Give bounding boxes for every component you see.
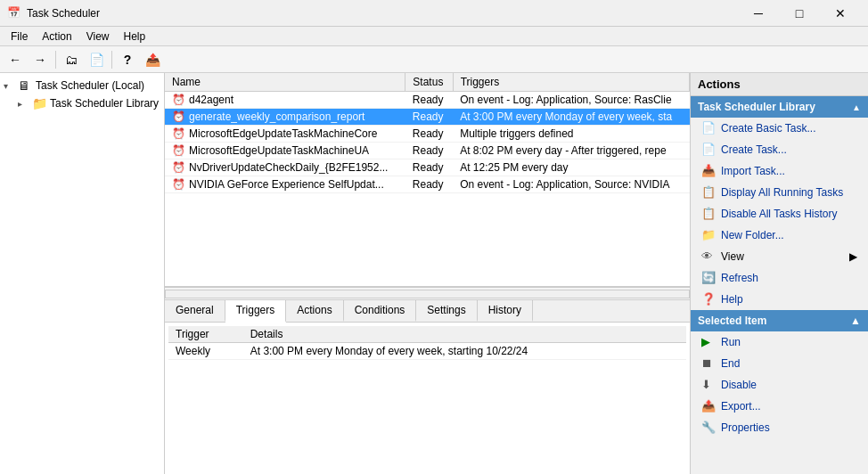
tab-bar: General Triggers Actions Conditions Sett…	[165, 300, 690, 323]
task-name-cell: ⏰generate_weekly_comparison_report	[165, 109, 405, 126]
display-running-icon: 📋	[701, 185, 716, 200]
tab-conditions[interactable]: Conditions	[344, 300, 417, 322]
task-name-cell: ⏰MicrosoftEdgeUpdateTaskMachineCore	[165, 126, 405, 143]
task-triggers-cell: On event - Log: Application, Source: Ras…	[453, 92, 689, 109]
forward-button[interactable]: →	[29, 49, 52, 70]
table-row[interactable]: ⏰NvDriverUpdateCheckDaily_{B2FE1952...Re…	[165, 159, 690, 176]
tree-item-local[interactable]: ▾ 🖥 Task Scheduler (Local)	[0, 77, 164, 94]
action-disable-history[interactable]: 📋 Disable All Tasks History	[691, 203, 868, 225]
task-name-cell: ⏰MicrosoftEdgeUpdateTaskMachineUA	[165, 143, 405, 159]
toolbar-separator-1	[55, 51, 56, 69]
action-display-running[interactable]: 📋 Display All Running Tasks	[691, 182, 868, 203]
view-icon: 👁	[701, 249, 716, 264]
table-row[interactable]: ⏰d42agentReadyOn event - Log: Applicatio…	[165, 92, 690, 109]
run-icon: ▶	[701, 335, 716, 349]
action-create-task[interactable]: 📄 Create Task...	[691, 139, 868, 160]
tab-settings[interactable]: Settings	[416, 300, 477, 322]
col-status[interactable]: Status	[405, 73, 453, 92]
action-run[interactable]: ▶ Run	[691, 331, 868, 353]
actions-library-label: Task Scheduler Library	[698, 101, 815, 113]
show-hide-button[interactable]: 🗂	[60, 49, 83, 70]
task-status-cell: Ready	[405, 126, 453, 143]
action-help[interactable]: ❓ Help	[691, 289, 868, 310]
export-icon: 📤	[701, 399, 716, 413]
task-triggers-cell: On event - Log: Application, Source: NVI…	[453, 176, 689, 193]
action-refresh[interactable]: 🔄 Refresh	[691, 267, 868, 289]
action-new-folder[interactable]: 📁 New Folder...	[691, 225, 868, 246]
col-name[interactable]: Name	[165, 73, 405, 92]
tab-general[interactable]: General	[165, 300, 225, 322]
app-icon: 📅	[7, 6, 21, 20]
col-triggers[interactable]: Triggers	[453, 73, 689, 92]
task-name-cell: ⏰NVIDIA GeForce Experience SelfUpdat...	[165, 176, 405, 193]
action-export[interactable]: 📤 Export...	[691, 396, 868, 417]
tree-label-library: Task Scheduler Library	[50, 97, 159, 110]
end-icon: ⏹	[701, 356, 716, 371]
back-button[interactable]: ←	[4, 49, 27, 70]
create-task-icon: 📄	[701, 143, 716, 157]
action-properties[interactable]: 🔧 Properties	[691, 417, 868, 438]
tree-expand-library[interactable]: ▸	[18, 99, 32, 109]
task-name-cell: ⏰NvDriverUpdateCheckDaily_{B2FE1952...	[165, 159, 405, 176]
actions-selected-label: Selected Item	[698, 315, 766, 327]
task-status-cell: Ready	[405, 143, 453, 159]
table-row[interactable]: ⏰MicrosoftEdgeUpdateTaskMachineCoreReady…	[165, 126, 690, 143]
actions-section-main: Actions Task Scheduler Library ▲ 📄 Creat…	[691, 73, 868, 438]
new-folder-icon: 📁	[701, 228, 716, 242]
detail-col-details: Details	[243, 326, 686, 343]
action-new-folder-label: New Folder...	[721, 229, 784, 241]
action-disable[interactable]: ⬇ Disable	[691, 374, 868, 396]
menu-file[interactable]: File	[4, 29, 35, 45]
tree-item-library[interactable]: ▸ 📁 Task Scheduler Library	[0, 94, 164, 112]
action-import-task[interactable]: 📥 Import Task...	[691, 160, 868, 182]
action-disable-label: Disable	[721, 379, 757, 391]
actions-library-header[interactable]: Task Scheduler Library ▲	[691, 96, 868, 118]
table-row[interactable]: ⏰MicrosoftEdgeUpdateTaskMachineUAReadyAt…	[165, 143, 690, 159]
view-submenu-arrow: ▶	[849, 250, 857, 263]
action-run-label: Run	[721, 336, 741, 348]
detail-row: Weekly At 3:00 PM every Monday of every …	[168, 343, 686, 360]
action-create-basic-task[interactable]: 📄 Create Basic Task...	[691, 118, 868, 139]
task-list-area[interactable]: Name Status Triggers ⏰d42agentReadyOn ev…	[165, 73, 690, 287]
action-end[interactable]: ⏹ End	[691, 353, 868, 374]
detail-details: At 3:00 PM every Monday of every week, s…	[243, 343, 686, 360]
properties-button[interactable]: 📄	[85, 49, 108, 70]
actions-selected-header[interactable]: Selected Item ▲	[691, 310, 868, 331]
title-bar: 📅 Task Scheduler ─ □ ✕	[0, 0, 868, 27]
right-panel: Actions Task Scheduler Library ▲ 📄 Creat…	[690, 73, 868, 474]
close-button[interactable]: ✕	[820, 0, 861, 27]
action-end-label: End	[721, 357, 740, 370]
toolbar-separator-2	[111, 51, 112, 69]
minimize-button[interactable]: ─	[738, 0, 779, 27]
create-basic-task-icon: 📄	[701, 121, 716, 135]
action-display-running-label: Display All Running Tasks	[721, 186, 843, 199]
detail-table: Trigger Details Weekly At 3:00 PM every …	[168, 326, 686, 360]
action-disable-history-label: Disable All Tasks History	[721, 208, 838, 220]
table-row[interactable]: ⏰NVIDIA GeForce Experience SelfUpdat...R…	[165, 176, 690, 193]
maximize-button[interactable]: □	[779, 0, 820, 27]
menu-view[interactable]: View	[79, 29, 117, 45]
task-list-hscroll[interactable]	[165, 287, 690, 299]
help-icon: ❓	[701, 292, 716, 306]
disable-icon: ⬇	[701, 378, 716, 392]
tree-expand-local[interactable]: ▾	[4, 81, 18, 91]
table-row[interactable]: ⏰generate_weekly_comparison_reportReadyA…	[165, 109, 690, 126]
export-button[interactable]: 📤	[141, 49, 164, 70]
tab-actions[interactable]: Actions	[286, 300, 343, 322]
details-panel: General Triggers Actions Conditions Sett…	[165, 299, 690, 474]
detail-trigger: Weekly	[168, 343, 243, 360]
import-task-icon: 📥	[701, 164, 716, 178]
menu-help[interactable]: Help	[117, 29, 153, 45]
action-view-label: View	[721, 250, 744, 263]
action-view[interactable]: 👁 View ▶	[691, 246, 868, 267]
tab-history[interactable]: History	[478, 300, 533, 322]
menu-action[interactable]: Action	[35, 29, 78, 45]
collapse-selected-icon: ▲	[850, 315, 861, 327]
action-create-task-label: Create Task...	[721, 143, 787, 156]
help-button[interactable]: ?	[116, 49, 139, 70]
tree-label-local: Task Scheduler (Local)	[36, 79, 144, 92]
tab-triggers[interactable]: Triggers	[225, 300, 287, 323]
task-status-cell: Ready	[405, 176, 453, 193]
task-status-cell: Ready	[405, 109, 453, 126]
action-create-basic-task-label: Create Basic Task...	[721, 122, 816, 135]
